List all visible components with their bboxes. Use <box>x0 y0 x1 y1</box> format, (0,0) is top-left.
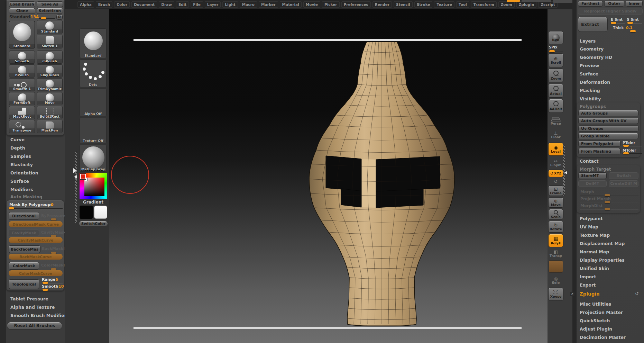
clone-button[interactable]: Clone <box>9 8 35 14</box>
tool-section-surface[interactable]: Surface <box>580 71 598 76</box>
palette-section-surface[interactable]: Surface <box>10 179 29 184</box>
menu-document[interactable]: Document <box>131 1 157 8</box>
menu-alpha[interactable]: Alpha <box>77 1 94 8</box>
tool-section-uv-map[interactable]: UV Map <box>580 224 598 229</box>
palette-section-alpha-texture[interactable]: Alpha and Texture <box>10 305 55 310</box>
s-smt-handle[interactable] <box>627 22 633 24</box>
group-visible-button[interactable]: Group Visible <box>578 133 638 139</box>
brush-transpose[interactable]: Transpose <box>9 120 35 133</box>
tool-section-geometry-hd[interactable]: Geometry HD <box>580 55 612 60</box>
auto-masking-header[interactable]: Auto Masking <box>10 195 42 199</box>
tool-section-preview[interactable]: Preview <box>580 63 599 68</box>
menu-macro[interactable]: Macro <box>240 1 257 8</box>
floor-button[interactable]: ⊥ Floor <box>548 128 563 141</box>
lsym-button[interactable]: ↔ L.Sym <box>548 157 563 168</box>
menu-edit[interactable]: Edit <box>176 1 189 8</box>
clipped-tray-tab[interactable] <box>522 0 551 2</box>
brush-selectrect[interactable]: SelectRect <box>37 106 63 119</box>
main-color-swatch[interactable] <box>80 206 93 219</box>
color-picker[interactable] <box>80 173 107 199</box>
solo-button[interactable]: ◎ Solo <box>548 274 563 287</box>
material-thumbnail[interactable]: MatCap Gray <box>80 145 107 172</box>
save-as-button[interactable]: Save As <box>37 1 63 7</box>
menu-file[interactable]: File <box>191 1 203 8</box>
load-brush-button[interactable]: Load Brush <box>9 1 35 7</box>
rotate-view-button[interactable]: ↻ Rotate <box>548 221 563 233</box>
spix-label[interactable]: SPix <box>549 45 557 49</box>
zplugin-adjust-plugin[interactable]: Adjust Plugin <box>580 326 612 332</box>
smooth-label[interactable]: Smooth <box>42 284 58 289</box>
outer-button[interactable]: Outer <box>604 1 624 7</box>
vase-polymesh-model[interactable] <box>134 39 522 329</box>
secondary-color-swatch[interactable] <box>94 206 107 219</box>
thick-handle[interactable] <box>630 30 636 32</box>
mask-by-polygroups-label[interactable]: Mask By Polygroups <box>9 202 53 207</box>
brush-mpolish[interactable]: mPolish <box>37 51 63 64</box>
brush-smooth1[interactable]: Smooth 1 <box>9 78 35 91</box>
menu-marker[interactable]: Marker <box>259 1 278 8</box>
brush-index-slider-handle[interactable] <box>41 17 46 19</box>
menu-tool[interactable]: Tool <box>456 1 469 8</box>
zplugin-header[interactable]: Zplugin <box>580 291 600 297</box>
menu-render[interactable]: Render <box>372 1 392 8</box>
range-label[interactable]: Range <box>42 277 55 282</box>
brush-maskpen[interactable]: MaskPen <box>37 120 63 133</box>
from-masking-button[interactable]: From Masking <box>578 148 620 154</box>
brush-sketch1[interactable]: Sketch 1 <box>37 35 63 48</box>
move-view-button[interactable]: ⊕ Move <box>548 197 563 208</box>
zplugin-projection-master[interactable]: Projection Master <box>580 310 623 315</box>
palette-section-smooth-modifiers[interactable]: Smooth Brush Modifiers <box>10 313 69 318</box>
brush-hpolish[interactable]: hPolish <box>9 64 35 78</box>
switch-color-button[interactable]: SwitchColor <box>79 221 108 226</box>
menu-zplugin[interactable]: Zplugin <box>516 1 537 8</box>
tool-section-unified-skin[interactable]: Unified Skin <box>580 266 609 271</box>
palette-section-elasticity[interactable]: Elasticity <box>10 162 33 167</box>
tool-section-display-properties[interactable]: Display Properties <box>580 258 625 263</box>
e-smt-handle[interactable] <box>611 22 616 24</box>
ghost-button[interactable] <box>549 260 563 273</box>
menu-light[interactable]: Light <box>222 1 238 8</box>
gradient-label[interactable]: Gradient <box>83 200 103 205</box>
spix-handle[interactable] <box>549 50 555 52</box>
menu-preferences[interactable]: Preferences <box>341 1 371 8</box>
menu-picker[interactable]: Picker <box>322 1 340 8</box>
ptoler-handle[interactable] <box>623 145 629 147</box>
brush-smooth[interactable]: Smooth <box>9 51 35 64</box>
uv-groups-button[interactable]: Uv Groups <box>578 125 638 132</box>
menu-movie[interactable]: Movie <box>303 1 320 8</box>
menu-material[interactable]: Material <box>280 1 302 8</box>
tool-section-normal-map[interactable]: Normal Map <box>580 249 609 254</box>
polyframe-button[interactable]: ▦ PolyF <box>548 234 563 247</box>
brush-maskrect[interactable]: MaskRect <box>9 106 35 119</box>
directional-button[interactable]: Directional <box>9 212 39 220</box>
zplugin-misc-utilities[interactable]: Misc Utilities <box>580 301 611 307</box>
xpose-button[interactable]: ↖↗↙↘ Xpose <box>548 288 563 301</box>
smooth-handle[interactable] <box>43 289 48 291</box>
sv-square[interactable] <box>84 178 104 196</box>
e-smt-label[interactable]: E Smt <box>611 17 623 21</box>
clipped-tray-tab-orange[interactable] <box>507 0 520 2</box>
tool-section-visibility[interactable]: Visibility <box>580 96 601 101</box>
tool-section-layers[interactable]: Layers <box>580 38 596 44</box>
menu-texture[interactable]: Texture <box>434 1 454 8</box>
palette-section-modifiers[interactable]: Modifiers <box>10 187 33 192</box>
brush-formsoft[interactable]: FormSoft <box>9 92 35 105</box>
zplugin-quicksketch[interactable]: QuickSketch <box>580 318 610 323</box>
transp-button[interactable]: ◧ Transp <box>548 248 563 259</box>
scale-view-button[interactable]: Scale <box>548 209 563 219</box>
aahalf-button[interactable]: AAHalf <box>548 99 563 113</box>
brush-big-standard[interactable]: Standard <box>9 21 35 48</box>
thick-label[interactable]: Thick <box>613 26 624 30</box>
mask-by-polygroups-slider[interactable] <box>9 208 63 209</box>
brush-move[interactable]: Move <box>37 92 63 105</box>
s-smt-label[interactable]: S Smt <box>627 17 639 21</box>
tool-section-polypaint[interactable]: Polypaint <box>580 216 603 221</box>
menu-draw[interactable]: Draw <box>159 1 174 8</box>
tool-section-deformation[interactable]: Deformation <box>580 80 610 85</box>
inner-button[interactable]: Inner <box>626 1 643 7</box>
zplugin-decimation-master[interactable]: Decimation Master <box>580 335 626 340</box>
auto-groups-button[interactable]: Auto Groups <box>578 110 638 116</box>
palette-section-tablet-pressure[interactable]: Tablet Pressure <box>10 296 48 301</box>
y-rotate-button[interactable]: ↺ <box>548 178 563 185</box>
palette-section-depth[interactable]: Depth <box>10 145 25 151</box>
